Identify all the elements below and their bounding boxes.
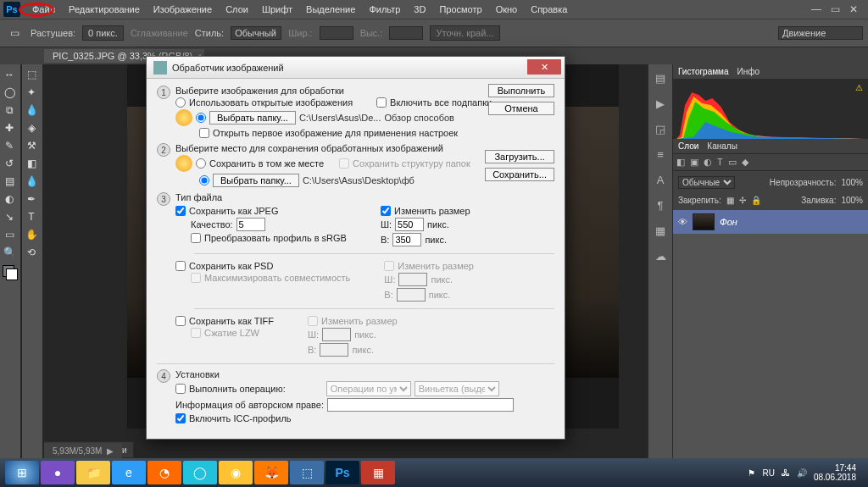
blur-tool-icon[interactable]: 💧 [22, 173, 41, 190]
eyedropper-tool-icon[interactable]: 💧 [22, 102, 41, 119]
shape-tool-icon[interactable]: ▭ [0, 226, 19, 243]
hand-tool-icon[interactable]: ✋ [22, 226, 41, 243]
dialog-title-bar[interactable]: Обработчик изображений ✕ [147, 57, 565, 79]
save-button[interactable]: Сохранить... [485, 168, 554, 181]
minimize-icon[interactable]: — [810, 3, 822, 15]
filter-smart-icon[interactable]: ◆ [742, 157, 748, 168]
menu-3d[interactable]: 3D [407, 2, 432, 17]
taskbar-app-3[interactable]: ◯ [183, 461, 217, 484]
lib-icon[interactable]: ☁ [652, 247, 669, 264]
crop-tool-icon[interactable]: ⧉ [0, 102, 19, 119]
history-icon[interactable]: ▤ [652, 69, 669, 86]
same-loc-radio[interactable] [196, 158, 206, 169]
tab-layers[interactable]: Слои [678, 141, 698, 151]
include-sub-check[interactable] [376, 97, 387, 108]
opacity-value[interactable]: 100% [841, 178, 863, 187]
menu-layers[interactable]: Слои [219, 2, 255, 17]
history-brush-icon[interactable]: ↺ [0, 155, 19, 172]
menu-file[interactable]: Файл [25, 2, 62, 17]
run-action-check[interactable] [175, 384, 186, 394]
color-swatch[interactable] [3, 265, 18, 280]
brush-tool-icon[interactable]: ✎ [0, 137, 19, 154]
pen-tool-icon[interactable]: ✒ [22, 191, 41, 208]
save-tiff-check[interactable] [175, 316, 186, 326]
h-input[interactable] [392, 233, 421, 246]
start-button[interactable]: ⊞ [5, 461, 39, 484]
feather-value[interactable]: 0 пикс. [82, 25, 124, 41]
taskbar-app-1[interactable]: ● [41, 461, 75, 484]
menu-filter[interactable]: Фильтр [362, 2, 407, 17]
run-button[interactable]: Выполнить [488, 84, 554, 97]
menu-select[interactable]: Выделение [299, 2, 362, 17]
menu-window[interactable]: Окно [489, 2, 525, 17]
icc-check[interactable] [175, 413, 186, 423]
workspace-select[interactable]: Движение [778, 26, 863, 40]
maximize-icon[interactable]: ▭ [829, 3, 841, 15]
zoom-tool-icon[interactable]: 🔍 [0, 244, 19, 261]
healing-tool-icon[interactable]: ✚ [0, 119, 19, 136]
open-first-check[interactable] [199, 128, 209, 138]
w-input[interactable] [395, 218, 424, 231]
filter-adj-icon[interactable]: ◐ [704, 157, 712, 168]
tray-lang[interactable]: RU [762, 468, 774, 478]
marquee-tool-icon[interactable]: ⬚ [22, 66, 41, 83]
nav-icon[interactable]: ◲ [652, 120, 669, 137]
cancel-button[interactable]: Отмена [488, 102, 554, 115]
quality-input[interactable] [236, 218, 265, 231]
style-select[interactable]: Обычный [231, 26, 281, 40]
load-button[interactable]: Загрузить... [485, 150, 554, 163]
lasso-tool-icon[interactable]: ◯ [0, 84, 19, 101]
path-tool-icon[interactable]: ↘ [0, 208, 19, 225]
taskbar-app-ie[interactable]: e [112, 461, 146, 484]
layer-row[interactable]: 👁 Фон [673, 210, 868, 234]
tab-info[interactable]: Инфо [737, 67, 760, 76]
taskbar-app-firefox[interactable]: 🦊 [254, 461, 288, 484]
menu-view[interactable]: Просмотр [432, 2, 488, 17]
select-folder-radio[interactable] [196, 113, 206, 123]
gradient-tool-icon[interactable]: ▤ [0, 173, 19, 190]
taskbar-app-ps[interactable]: Ps [326, 461, 359, 484]
current-tool-icon[interactable]: ▭ [5, 25, 24, 42]
props-icon[interactable]: ≡ [652, 146, 669, 163]
fill-value[interactable]: 100% [841, 196, 863, 205]
save-jpeg-check[interactable] [175, 206, 186, 216]
eraser-tool-icon[interactable]: ◧ [22, 155, 41, 172]
menu-edit[interactable]: Редактирование [62, 2, 147, 17]
menu-help[interactable]: Справка [524, 2, 574, 17]
tray-net-icon[interactable]: 🖧 [782, 468, 790, 478]
visibility-icon[interactable]: 👁 [678, 217, 687, 227]
lock-pos-icon[interactable]: ✢ [739, 196, 746, 205]
use-open-radio[interactable] [175, 97, 186, 108]
stamp-tool-icon[interactable]: ⚒ [22, 137, 41, 154]
menu-image[interactable]: Изображение [147, 2, 219, 17]
blend-mode-select[interactable]: Обычные [678, 176, 735, 189]
wand-tool-icon[interactable]: ✦ [22, 84, 41, 101]
taskbar-app-chrome[interactable]: ◉ [219, 461, 253, 484]
lock-px-icon[interactable]: ▦ [726, 196, 734, 205]
refine-edge-button[interactable]: Уточн. край... [430, 25, 499, 41]
filter-kind-icon[interactable]: ◧ [676, 157, 685, 168]
save-psd-check[interactable] [175, 261, 186, 271]
taskbar-app-explorer[interactable]: 📁 [76, 461, 110, 484]
menu-type[interactable]: Шрифт [255, 2, 299, 17]
taskbar-app-4[interactable]: ⬚ [290, 461, 324, 484]
dodge-tool-icon[interactable]: ◐ [0, 191, 19, 208]
select-folder-button-1[interactable]: Выбрать папку... [209, 111, 296, 125]
tab-channels[interactable]: Каналы [707, 141, 737, 151]
char-icon[interactable]: A [652, 171, 669, 188]
select-folder-button-2[interactable]: Выбрать папку... [213, 174, 299, 187]
close-icon[interactable]: ✕ [848, 3, 860, 15]
lock-all-icon[interactable]: 🔒 [751, 196, 761, 205]
srgb-check[interactable] [191, 233, 201, 243]
play-icon[interactable]: ▶ [652, 95, 669, 112]
filter-type-icon[interactable]: T [717, 157, 723, 168]
filter-shape-icon[interactable]: ▭ [728, 157, 737, 168]
swatches-icon[interactable]: ▦ [652, 222, 669, 239]
dest-folder-radio[interactable] [199, 175, 209, 185]
clock[interactable]: 17:44 08.06.2018 [814, 463, 856, 482]
resize-jpeg-check[interactable] [381, 206, 391, 216]
filter-img-icon[interactable]: ▣ [690, 157, 698, 168]
tray-vol-icon[interactable]: 🔊 [797, 468, 807, 478]
type-tool-icon[interactable]: T [22, 208, 41, 225]
tab-histogram[interactable]: Гистограмма [678, 67, 729, 76]
